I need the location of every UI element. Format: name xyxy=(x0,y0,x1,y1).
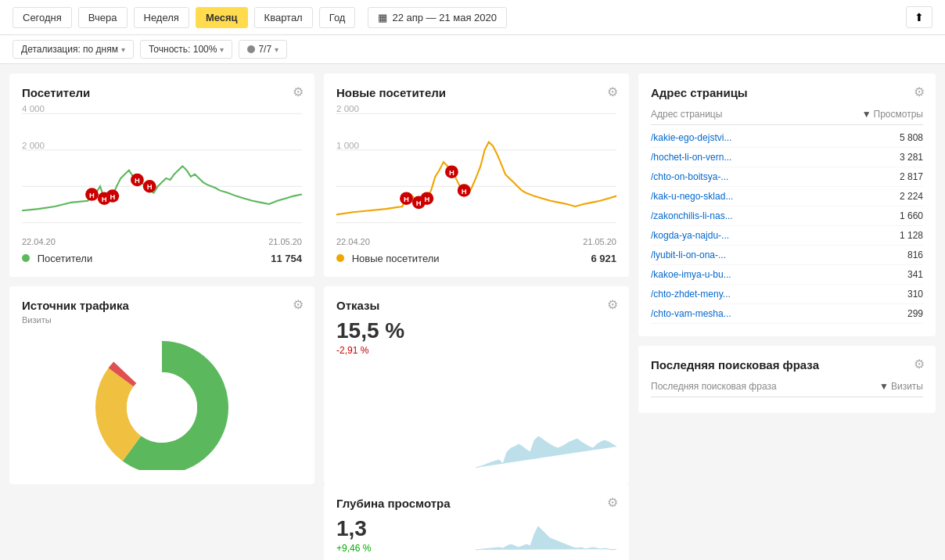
traffic-source-title: Источник трафика xyxy=(22,299,302,312)
segments-label: 7/7 xyxy=(258,44,271,55)
address-table-body: /kakie-ego-dejstvi... 5 808 /hochet-li-o… xyxy=(651,128,923,324)
search-phrase-card: Последняя поисковая фраза ⚙ Последняя по… xyxy=(638,346,936,413)
bounce-card: Отказы ⚙ 15,5 % -2,91 % xyxy=(324,286,629,484)
new-visitors-date-start: 22.04.20 xyxy=(336,237,370,246)
address-views-1: 3 281 xyxy=(884,152,923,163)
traffic-source-card: Источник трафика ⚙ Визиты xyxy=(9,286,314,484)
svg-text:H: H xyxy=(89,192,95,199)
visitors-legend-value: 11 754 xyxy=(271,253,302,264)
depth-card: Глубина просмотра ⚙ 1,3 +9,46 % xyxy=(324,484,629,560)
visitors-date-start: 22.04.20 xyxy=(22,237,56,246)
new-visitors-legend-label: Новые посетители xyxy=(336,253,440,264)
svg-text:2 000: 2 000 xyxy=(22,141,45,150)
address-views-9: 299 xyxy=(884,308,923,319)
address-views-2: 2 817 xyxy=(884,171,923,182)
svg-text:H: H xyxy=(147,183,153,191)
visitors-x-labels: 22.04.20 21.05.20 xyxy=(22,237,302,246)
address-views-4: 1 660 xyxy=(884,210,923,221)
col-visits-header: ▼ Визиты xyxy=(879,381,923,392)
depth-mini-chart xyxy=(476,507,616,554)
svg-text:H: H xyxy=(110,193,115,201)
address-row-0: /kakie-ego-dejstvi... 5 808 xyxy=(651,128,923,148)
visitors-gear-icon[interactable]: ⚙ xyxy=(293,84,304,99)
detalization-arrow-icon: ▾ xyxy=(121,45,125,54)
bounce-title: Отказы xyxy=(336,299,616,312)
detalization-dropdown[interactable]: Детализация: по дням ▾ xyxy=(13,40,134,59)
address-row-6: /lyubit-li-on-ona-... 816 xyxy=(651,246,923,265)
col-views-header: ▼ Просмотры xyxy=(862,109,923,120)
address-link-3[interactable]: /kak-u-nego-sklad... xyxy=(651,191,733,202)
address-link-4[interactable]: /zakonchilis-li-nas... xyxy=(651,210,733,221)
address-row-9: /chto-vam-mesha... 299 xyxy=(651,304,923,324)
detalization-label: Детализация: по дням xyxy=(21,44,118,55)
accuracy-dropdown[interactable]: Точность: 100% ▾ xyxy=(140,40,232,59)
visitors-chart: 4 000 2 000 H H H H H xyxy=(22,106,302,231)
bounce-mini-chart xyxy=(476,425,616,472)
bounce-change: -2,91 % xyxy=(336,345,616,356)
period-week[interactable]: Неделя xyxy=(134,7,189,28)
period-month[interactable]: Месяц xyxy=(196,7,248,28)
visitors-legend-dot xyxy=(22,254,30,262)
search-phrase-table-header: Последняя поисковая фраза ▼ Визиты xyxy=(651,381,923,397)
date-range-label: 22 апр — 21 мая 2020 xyxy=(392,12,497,23)
address-views-7: 341 xyxy=(884,269,923,280)
new-visitors-legend-value: 6 921 xyxy=(591,253,616,264)
top-bar: Сегодня Вчера Неделя Месяц Квартал Год ▦… xyxy=(0,0,945,35)
svg-text:H: H xyxy=(416,199,422,207)
address-link-6[interactable]: /lyubit-li-on-ona-... xyxy=(651,249,726,260)
address-views-5: 1 128 xyxy=(884,230,923,241)
sort-down-visits-icon: ▼ xyxy=(879,381,889,392)
address-views-6: 816 xyxy=(884,249,923,260)
accuracy-label: Точность: 100% xyxy=(149,44,217,55)
address-row-8: /chto-zhdet-meny... 310 xyxy=(651,285,923,304)
visitors-legend-label: Посетители xyxy=(22,253,92,264)
svg-text:H: H xyxy=(449,169,455,177)
visitors-legend: Посетители 11 754 xyxy=(22,253,302,264)
period-year[interactable]: Год xyxy=(319,7,356,28)
right-panel: Адрес страницы ⚙ Адрес страницы ▼ Просмо… xyxy=(638,74,936,560)
bounce-gear-icon[interactable]: ⚙ xyxy=(607,297,618,312)
period-quarter[interactable]: Квартал xyxy=(254,7,313,28)
visitors-date-end: 21.05.20 xyxy=(268,237,302,246)
svg-text:H: H xyxy=(462,188,467,196)
svg-text:H: H xyxy=(424,196,429,203)
traffic-gear-icon[interactable]: ⚙ xyxy=(293,297,304,312)
address-link-0[interactable]: /kakie-ego-dejstvi... xyxy=(651,132,731,143)
address-link-5[interactable]: /kogda-ya-najdu-... xyxy=(651,230,729,241)
segments-dropdown[interactable]: 7/7 ▾ xyxy=(239,40,287,59)
search-phrase-gear-icon[interactable]: ⚙ xyxy=(914,357,925,372)
address-views-8: 310 xyxy=(884,289,923,300)
segments-arrow-icon: ▾ xyxy=(275,45,278,54)
address-row-4: /zakonchilis-li-nas... 1 660 xyxy=(651,206,923,226)
segment-dot-icon xyxy=(247,45,255,53)
search-phrase-title: Последняя поисковая фраза xyxy=(651,358,923,372)
export-button[interactable]: ⬆ xyxy=(906,6,932,28)
address-views-3: 2 224 xyxy=(884,191,923,202)
address-row-5: /kogda-ya-najdu-... 1 128 xyxy=(651,226,923,246)
svg-text:H: H xyxy=(135,177,140,185)
address-gear-icon[interactable]: ⚙ xyxy=(914,84,925,99)
new-visitors-legend-dot xyxy=(336,254,344,262)
address-link-7[interactable]: /kakoe-imya-u-bu... xyxy=(651,269,731,280)
address-card-title: Адрес страницы xyxy=(651,86,923,99)
address-row-1: /hochet-li-on-vern... 3 281 xyxy=(651,148,923,167)
sort-down-icon: ▼ xyxy=(862,109,871,120)
address-link-2[interactable]: /chto-on-boitsya-... xyxy=(651,171,728,182)
new-visitors-x-labels: 22.04.20 21.05.20 xyxy=(336,237,616,246)
address-link-1[interactable]: /hochet-li-on-vern... xyxy=(651,152,731,163)
period-today[interactable]: Сегодня xyxy=(13,7,72,28)
address-views-0: 5 808 xyxy=(884,132,923,143)
address-row-2: /chto-on-boitsya-... 2 817 xyxy=(651,167,923,187)
col-phrase-header: Последняя поисковая фраза xyxy=(651,381,777,392)
address-link-8[interactable]: /chto-zhdet-meny... xyxy=(651,289,731,300)
svg-text:1 000: 1 000 xyxy=(336,141,359,150)
new-visitors-legend: Новые посетители 6 921 xyxy=(336,253,616,264)
address-table-header: Адрес страницы ▼ Просмотры xyxy=(651,109,923,125)
period-yesterday[interactable]: Вчера xyxy=(78,7,128,28)
address-link-9[interactable]: /chto-vam-mesha... xyxy=(651,308,731,319)
date-range-button[interactable]: ▦ 22 апр — 21 мая 2020 xyxy=(368,7,507,28)
new-visitors-date-end: 21.05.20 xyxy=(583,237,616,246)
new-visitors-gear-icon[interactable]: ⚙ xyxy=(607,84,618,99)
address-row-3: /kak-u-nego-sklad... 2 224 xyxy=(651,187,923,206)
svg-text:H: H xyxy=(404,196,409,203)
